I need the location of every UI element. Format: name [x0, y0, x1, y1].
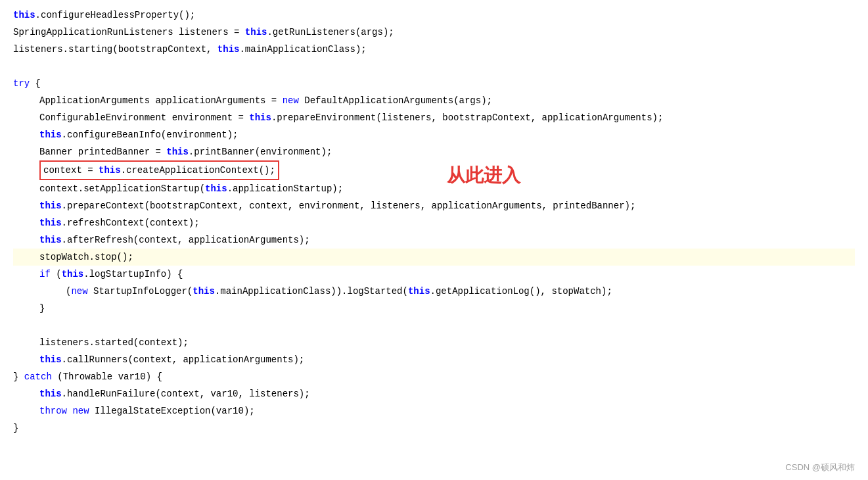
- code-line-12: this.prepareContext(bootstrapContext, co…: [13, 197, 855, 214]
- code-line-7: ConfigurableEnvironment environment = th…: [13, 109, 855, 126]
- code-line-17: (new StartupInfoLogger(this.mainApplicat…: [13, 283, 855, 300]
- code-line-8: this.configureBeanInfo(environment);: [13, 126, 855, 143]
- code-line-13: this.refreshContext(context);: [13, 214, 855, 231]
- code-line-2: SpringApplicationRunListeners listeners …: [13, 24, 855, 41]
- code-line-try: try {: [13, 75, 855, 92]
- code-line-6: ApplicationArguments applicationArgument…: [13, 92, 855, 109]
- code-line-21: this.callRunners(context, applicationArg…: [13, 351, 855, 368]
- code-line-22: } catch (Throwable var10) {: [13, 368, 855, 385]
- code-line-25: }: [13, 420, 855, 437]
- code-line-blank1: [13, 58, 855, 75]
- code-line-20: listeners.started(context);: [13, 334, 855, 351]
- code-line-1: this.configureHeadlessProperty();: [13, 7, 855, 24]
- annotation-text: 从此进入: [447, 163, 520, 188]
- code-line-18: }: [13, 300, 855, 317]
- code-line-blank2: [13, 317, 855, 334]
- code-line-14: this.afterRefresh(context, applicationAr…: [13, 231, 855, 249]
- csdn-watermark: CSDN @硕风和炜: [785, 462, 855, 473]
- code-line-3: listeners.starting(bootstrapContext, thi…: [13, 41, 855, 58]
- code-line-9: Banner printedBanner = this.printBanner(…: [13, 143, 855, 160]
- code-line-10: context = this.createApplicationContext(…: [13, 160, 855, 180]
- code-line-23: this.handleRunFailure(context, var10, li…: [13, 385, 855, 402]
- code-line-15: stopWatch.stop();: [13, 249, 855, 266]
- code-container: this.configureHeadlessProperty(); Spring…: [0, 0, 868, 480]
- code-line-16: if (this.logStartupInfo) {: [13, 266, 855, 283]
- code-line-24: throw new IllegalStateException(var10);: [13, 402, 855, 420]
- code-line-11: context.setApplicationStartup(this.appli…: [13, 180, 855, 197]
